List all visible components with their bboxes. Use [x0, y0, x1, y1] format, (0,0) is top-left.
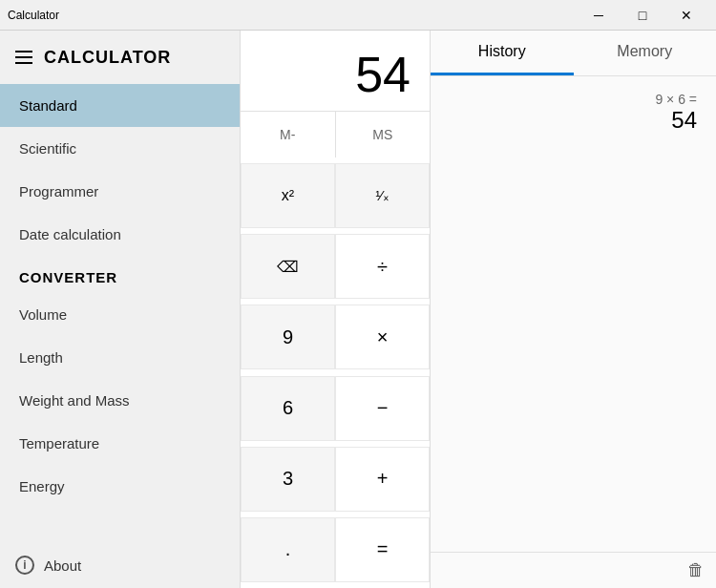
sidebar: CALCULATOR Standard Scientific Programme…	[0, 31, 241, 588]
history-entry: 9 × 6 = 54	[438, 84, 708, 141]
equals-button[interactable]: =	[335, 517, 430, 582]
window-title: Calculator	[8, 9, 59, 22]
hamburger-icon[interactable]	[15, 51, 32, 64]
sidebar-item-label: Energy	[19, 478, 65, 494]
calc-buttons: M- MS x² ¹∕ₓ ⌫ ÷ 9	[241, 111, 430, 588]
sidebar-item-standard[interactable]: Standard	[0, 84, 240, 127]
converter-section-header: CONVERTER	[0, 256, 240, 293]
sidebar-item-label: Date calculation	[19, 226, 121, 242]
title-bar: Calculator ─ □ ✕	[0, 0, 716, 31]
sidebar-item-label: Programmer	[19, 183, 98, 200]
sidebar-title: CALCULATOR	[44, 48, 171, 68]
multiply-button[interactable]: ×	[335, 304, 430, 369]
history-bottom: 🗑	[431, 552, 716, 588]
sidebar-item-label: Temperature	[19, 435, 99, 452]
nine-button[interactable]: 9	[241, 304, 335, 369]
multiply-label: ×	[377, 326, 389, 348]
sidebar-header: CALCULATOR	[0, 31, 240, 84]
clear-history-button[interactable]: 🗑	[687, 560, 705, 580]
sidebar-item-label: Length	[19, 349, 63, 366]
sidebar-item-scientific[interactable]: Scientific	[0, 127, 240, 170]
sidebar-item-programmer[interactable]: Programmer	[0, 170, 240, 213]
main-area: 54 M- MS x² ¹∕ₓ ⌫ ÷	[241, 31, 430, 588]
backspace-button[interactable]: ⌫	[241, 234, 335, 299]
sidebar-item-label: Volume	[19, 306, 67, 323]
history-expression: 9 × 6 =	[450, 92, 697, 107]
maximize-button[interactable]: □	[621, 0, 664, 31]
three-button[interactable]: 3	[241, 447, 335, 512]
memory-row: M- MS	[241, 111, 430, 163]
nine-label: 9	[283, 326, 293, 348]
divide-button[interactable]: ÷	[335, 234, 430, 299]
sidebar-item-temperature[interactable]: Temperature	[0, 422, 240, 465]
sidebar-item-length[interactable]: Length	[0, 336, 240, 379]
add-button[interactable]: +	[335, 447, 430, 512]
square-label: x²	[282, 187, 294, 204]
about-button[interactable]: i About	[0, 542, 240, 588]
close-button[interactable]: ✕	[664, 0, 708, 31]
history-content: 9 × 6 = 54	[431, 76, 716, 552]
decimal-button[interactable]: .	[241, 517, 335, 582]
minimize-button[interactable]: ─	[577, 0, 621, 31]
sidebar-item-label: Scientific	[19, 140, 76, 157]
memory-minus-button[interactable]: M-	[241, 112, 336, 158]
three-label: 3	[283, 468, 293, 490]
sidebar-item-energy[interactable]: Energy	[0, 465, 240, 508]
memory-store-button[interactable]: MS	[336, 112, 431, 158]
tab-memory[interactable]: Memory	[574, 31, 717, 75]
reciprocal-button[interactable]: ¹∕ₓ	[335, 163, 430, 228]
decimal-label: .	[285, 538, 291, 560]
square-button[interactable]: x²	[241, 163, 335, 228]
sidebar-item-label: Weight and Mass	[19, 392, 130, 409]
sidebar-item-date-calculation[interactable]: Date calculation	[0, 213, 240, 256]
equals-label: =	[377, 538, 389, 560]
subtract-label: −	[377, 397, 389, 419]
app-body: CALCULATOR Standard Scientific Programme…	[0, 31, 716, 588]
info-icon: i	[15, 556, 34, 575]
history-tabs: History Memory	[431, 31, 716, 76]
subtract-button[interactable]: −	[335, 376, 430, 441]
reciprocal-label: ¹∕ₓ	[375, 187, 390, 204]
history-panel: History Memory 9 × 6 = 54 🗑	[430, 31, 716, 588]
calc-display: 54	[241, 31, 430, 111]
tab-history[interactable]: History	[431, 31, 574, 75]
add-label: +	[377, 468, 389, 490]
six-button[interactable]: 6	[241, 376, 335, 441]
six-label: 6	[283, 397, 293, 419]
backspace-icon: ⌫	[277, 258, 299, 276]
divide-label: ÷	[377, 256, 388, 278]
title-bar-controls: ─ □ ✕	[577, 0, 708, 31]
sidebar-item-weight-mass[interactable]: Weight and Mass	[0, 379, 240, 422]
history-value: 54	[450, 107, 697, 134]
about-label: About	[44, 557, 81, 574]
title-bar-left: Calculator	[8, 9, 59, 22]
sidebar-item-volume[interactable]: Volume	[0, 293, 240, 336]
sidebar-item-label: Standard	[19, 97, 77, 114]
display-value: 54	[355, 46, 411, 103]
